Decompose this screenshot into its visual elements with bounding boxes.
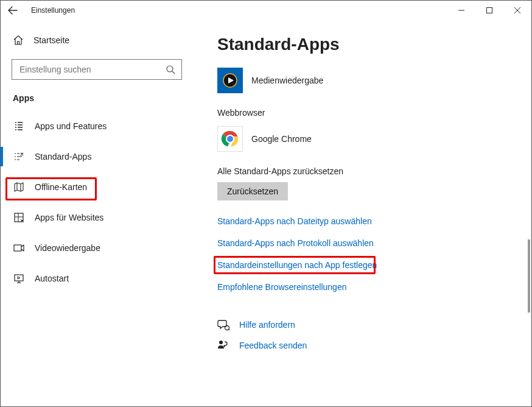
link-browser-recommended[interactable]: Empfohlene Browsereinstellungen [217, 282, 519, 292]
apps-websites-icon [13, 211, 25, 224]
sidebar-item-label: Autostart [35, 274, 69, 283]
window-body: Startseite Apps Apps und Features St [1, 20, 531, 406]
video-playback-icon [13, 242, 25, 254]
title-bar-left: Einstellungen [5, 3, 75, 18]
svg-point-2 [167, 66, 173, 72]
svg-point-16 [219, 341, 223, 344]
svg-point-14 [225, 326, 229, 330]
media-player-tile [217, 68, 243, 93]
close-icon [514, 7, 520, 13]
svg-rect-6 [15, 275, 23, 281]
title-bar: Einstellungen [1, 1, 531, 20]
maximize-button[interactable] [475, 1, 503, 20]
search-input[interactable] [18, 64, 158, 75]
home-icon [13, 35, 24, 46]
browser-tile [217, 126, 243, 152]
scrollbar-thumb[interactable] [528, 239, 530, 313]
offline-maps-icon [13, 181, 25, 193]
feedback-icon [217, 339, 229, 352]
sidebar: Startseite Apps Apps und Features St [1, 20, 195, 406]
default-apps-icon [13, 150, 25, 163]
settings-window: Einstellungen Startseite [0, 0, 532, 407]
media-player-row[interactable]: Medienwiedergabe [217, 68, 519, 93]
minimize-icon [458, 7, 464, 13]
apps-features-icon [13, 120, 25, 132]
maximize-icon [486, 7, 492, 13]
sidebar-item-apps-websites[interactable]: Apps für Websites [12, 205, 191, 230]
svg-rect-5 [14, 245, 21, 251]
webbrowser-header: Webbrowser [217, 108, 519, 118]
links-block: Standard-Apps nach Dateityp auswählen St… [217, 216, 519, 292]
sidebar-item-label: Apps für Websites [35, 213, 103, 222]
sidebar-item-label: Videowiedergabe [35, 243, 100, 253]
link-protocol-defaults[interactable]: Standard-Apps nach Protokoll auswählen [217, 238, 519, 248]
get-help-icon [217, 319, 229, 331]
home-label: Startseite [33, 35, 69, 45]
page-title: Standard-Apps [217, 35, 519, 54]
sidebar-item-default-apps[interactable]: Standard-Apps [12, 144, 191, 169]
sidebar-item-label: Offline-Karten [35, 182, 87, 192]
help-block: Hilfe anfordern Feedback senden [217, 319, 519, 352]
content-area: Standard-Apps Medienwiedergabe Webbrowse… [195, 20, 531, 406]
feedback-label: Feedback senden [239, 341, 307, 350]
search-icon [166, 65, 175, 74]
get-help-label: Hilfe anfordern [239, 320, 295, 330]
media-player-label: Medienwiedergabe [251, 76, 323, 85]
get-help-row[interactable]: Hilfe anfordern [217, 319, 519, 331]
link-app-defaults[interactable]: Standardeinstellungen nach App festlegen [217, 260, 519, 270]
sidebar-item-startup[interactable]: Autostart [12, 266, 191, 291]
sidebar-section-header: Apps [13, 93, 191, 103]
sidebar-item-label: Apps und Features [35, 121, 107, 131]
feedback-row[interactable]: Feedback senden [217, 339, 519, 352]
reset-button[interactable]: Zurücksetzen [217, 182, 288, 200]
svg-line-15 [229, 330, 230, 331]
sidebar-item-offline-maps[interactable]: Offline-Karten [12, 175, 191, 199]
window-title: Einstellungen [31, 6, 75, 15]
window-controls [447, 1, 531, 20]
sidebar-item-label: Standard-Apps [35, 152, 91, 161]
sidebar-item-video-playback[interactable]: Videowiedergabe [12, 236, 191, 260]
startup-icon [13, 272, 25, 285]
browser-row[interactable]: Google Chrome [217, 126, 519, 152]
reset-header: Alle Standard-Apps zurücksetzen [217, 166, 519, 176]
sidebar-item-apps-features[interactable]: Apps und Features [12, 114, 191, 138]
browser-label: Google Chrome [251, 134, 312, 144]
back-button[interactable] [5, 3, 20, 18]
minimize-button[interactable] [447, 1, 475, 20]
close-button[interactable] [503, 1, 531, 20]
search-box[interactable] [12, 59, 182, 80]
arrow-left-icon [8, 5, 18, 15]
chrome-icon [221, 130, 239, 148]
svg-line-3 [172, 71, 175, 74]
media-play-icon [222, 72, 239, 89]
svg-rect-1 [487, 8, 492, 13]
link-filetype-defaults[interactable]: Standard-Apps nach Dateityp auswählen [217, 216, 519, 226]
home-link[interactable]: Startseite [13, 35, 191, 46]
